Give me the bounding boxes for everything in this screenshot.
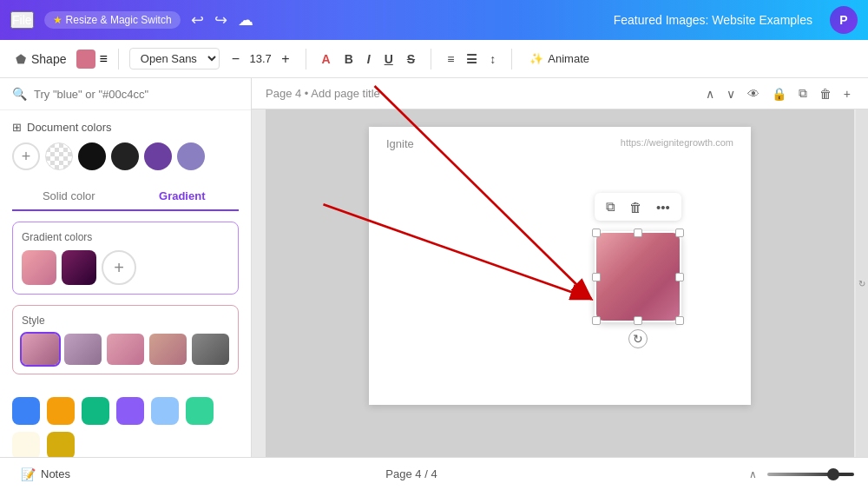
page-lock-button[interactable]: 🔒 (768, 85, 790, 103)
transparent-swatch[interactable] (45, 142, 73, 170)
bottombar: 📝 Notes Page 4 / 4 ∧ (0, 457, 868, 490)
shape-color-swatch[interactable] (76, 50, 95, 69)
purple-swatch[interactable] (144, 142, 172, 170)
resize-handle-top-middle[interactable] (634, 228, 642, 237)
magic-switch-button[interactable]: Resize & Magic Switch (44, 11, 181, 29)
extra-swatch-cream[interactable] (12, 432, 40, 457)
gradient-swatch-2[interactable] (62, 250, 96, 285)
left-panel: 🔍 ⊞ Document colors + Solid color Gradie (0, 78, 252, 457)
style-swatch-5[interactable] (192, 334, 229, 365)
gradient-tab[interactable]: Gradient (126, 182, 240, 211)
bold-button[interactable]: B (339, 50, 358, 69)
resize-handle-bottom-middle[interactable] (634, 316, 642, 325)
resize-handle-bottom-right[interactable] (675, 316, 684, 325)
page-expand-button[interactable]: ∨ (723, 85, 739, 103)
resize-handle-bottom-left[interactable] (592, 316, 601, 325)
document-colors-title: ⊞ Document colors (12, 121, 239, 134)
cloud-save-button[interactable]: ☁ (238, 10, 253, 30)
style-swatch-4[interactable] (149, 334, 187, 365)
add-color-button[interactable]: + (12, 142, 40, 170)
style-section-title: Style (22, 315, 229, 327)
separator (118, 49, 119, 70)
line-height-button[interactable]: ↕ (484, 50, 501, 69)
align-list-button[interactable]: ☰ (461, 50, 483, 69)
shape-copy-button[interactable]: ⧉ (602, 197, 620, 216)
gradient-shape[interactable]: ↻ (595, 231, 681, 322)
gradient-swatch-1[interactable] (22, 250, 56, 285)
extra-swatch-gold[interactable] (47, 432, 75, 457)
page-eye-button[interactable]: 👁 (744, 85, 763, 103)
search-box: 🔍 (0, 78, 251, 110)
add-gradient-button[interactable]: + (102, 250, 136, 285)
extra-swatch-green[interactable] (82, 397, 109, 425)
rotate-handle[interactable]: ↻ (628, 329, 648, 348)
page-copy-button[interactable]: ⧉ (795, 84, 811, 103)
undo-button[interactable]: ↩ (191, 10, 204, 30)
separator (306, 49, 306, 70)
page-up-button[interactable]: ∧ (746, 467, 760, 482)
extra-swatch-yellow[interactable] (47, 397, 75, 425)
extra-swatch-purple[interactable] (116, 397, 144, 425)
resize-handle-middle-left[interactable] (592, 273, 601, 281)
zoom-slider[interactable] (767, 473, 854, 476)
shape-delete-button[interactable]: 🗑 (625, 198, 647, 216)
font-color-button[interactable]: A (317, 50, 336, 69)
canvas-background[interactable]: Ignite https://weignitegrowth.com ⧉ 🗑 ••… (266, 109, 854, 457)
page-add-button[interactable]: + (840, 85, 854, 103)
font-size-increase-button[interactable]: + (276, 50, 294, 69)
underline-button[interactable]: U (379, 50, 398, 69)
page-collapse-button[interactable]: ∧ (702, 85, 718, 103)
lavender-swatch[interactable] (177, 142, 205, 170)
extra-swatch-light-blue[interactable] (151, 397, 179, 425)
animate-button[interactable]: ✨ Animate (523, 49, 596, 69)
bottom-right: ∧ (746, 467, 854, 482)
file-menu-button[interactable]: File (10, 11, 34, 29)
align-left-button[interactable]: ≡ (442, 50, 459, 69)
notes-icon: 📝 (21, 467, 36, 481)
resize-handle-top-left[interactable] (592, 228, 601, 237)
main-area: 🔍 ⊞ Document colors + Solid color Gradie (0, 78, 868, 457)
dark-swatch[interactable] (111, 142, 139, 170)
style-section: Style (12, 305, 239, 374)
extra-swatch-teal[interactable] (186, 397, 214, 425)
page-title: Page 4 • Add page title (266, 87, 380, 100)
page-indicator: Page 4 / 4 (385, 467, 437, 480)
alignment-group: ≡ ☰ ↕ (442, 50, 501, 69)
page-controls: ∧ ∨ 👁 🔒 ⧉ 🗑 + (702, 84, 854, 103)
style-swatch-2[interactable] (64, 334, 102, 365)
font-size-decrease-button[interactable]: − (227, 50, 245, 69)
black-swatch[interactable] (78, 142, 106, 170)
shape-button[interactable]: ⬟ Shape (9, 49, 73, 70)
shape-icon: ⬟ (16, 52, 26, 66)
gradient-section-title: Gradient colors (22, 231, 229, 243)
style-swatch-3[interactable] (107, 334, 144, 365)
page-header-bar: Page 4 • Add page title ∧ ∨ 👁 🔒 ⧉ 🗑 + (252, 78, 868, 109)
notes-button[interactable]: 📝 Notes (14, 464, 77, 485)
strikethrough-button[interactable]: S (402, 50, 420, 69)
ignite-label: Ignite (386, 137, 414, 150)
toolbar: ⬟ Shape ≡ Open Sans − 13.7 + A B I U S ≡… (0, 40, 868, 78)
search-input[interactable] (34, 88, 239, 101)
redo-button[interactable]: ↪ (214, 10, 227, 30)
shape-more-button[interactable]: ••• (652, 198, 674, 216)
search-icon: 🔍 (12, 87, 27, 101)
italic-button[interactable]: I (362, 50, 376, 69)
style-swatch-1[interactable] (22, 334, 59, 365)
animate-label: Animate (548, 52, 589, 65)
avatar[interactable]: P (830, 6, 858, 34)
solid-color-tab[interactable]: Solid color (12, 182, 126, 209)
font-selector[interactable]: Open Sans (129, 48, 220, 70)
animate-icon: ✨ (529, 52, 543, 65)
extra-swatch-blue[interactable] (12, 397, 40, 425)
topbar: File Resize & Magic Switch ↩ ↪ ☁ Feature… (0, 0, 868, 40)
shape-container[interactable]: ⧉ 🗑 ••• ↻ (595, 231, 681, 322)
right-scroll: ↻ (856, 109, 868, 457)
lines-icon: ≡ (99, 51, 107, 67)
page-canvas[interactable]: Ignite https://weignitegrowth.com ⧉ 🗑 ••… (369, 127, 751, 405)
resize-handle-middle-right[interactable] (675, 273, 684, 281)
canvas-area[interactable]: Page 4 • Add page title ∧ ∨ 👁 🔒 ⧉ 🗑 + Ig… (252, 78, 868, 457)
resize-handle-top-right[interactable] (675, 228, 684, 237)
extra-color-row-2 (12, 432, 239, 457)
scroll-icon: ↻ (858, 279, 865, 288)
page-delete-button[interactable]: 🗑 (816, 85, 835, 103)
